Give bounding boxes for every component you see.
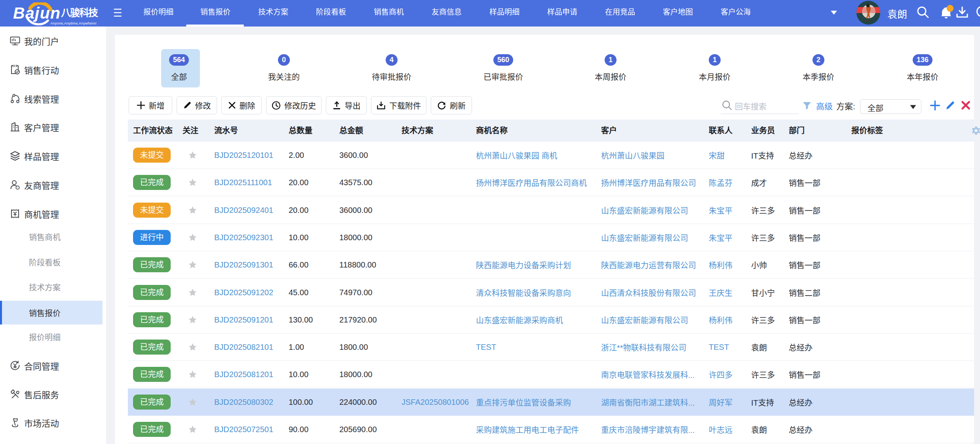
svg-text:Bajun: Bajun [13, 4, 60, 22]
svg-text:八骏科技: 八骏科技 [61, 7, 98, 18]
svg-text:Anyone,Anytime,Anywhere!: Anyone,Anytime,Anywhere! [50, 21, 97, 25]
